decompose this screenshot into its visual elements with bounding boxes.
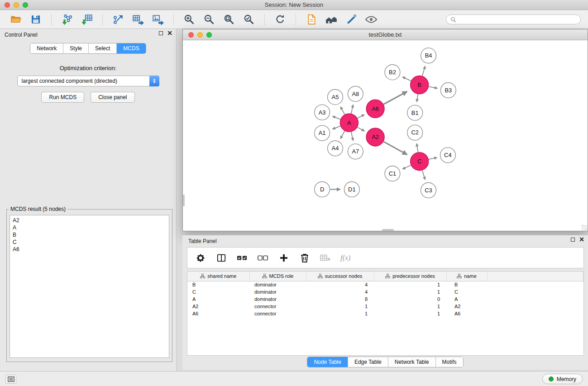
graph-node-A3[interactable]: A3 [315,105,330,120]
graph-node-D[interactable]: D [315,182,330,197]
table-settings-button[interactable] [195,252,206,264]
close-panel-icon[interactable]: ✕ [579,238,584,242]
graph-node-C4[interactable]: C4 [440,148,455,163]
graph-edge-A-A1[interactable] [332,126,340,129]
table-cell[interactable]: 0 [374,295,446,303]
table-cell[interactable]: 1 [374,288,446,295]
table-cell[interactable]: connector [249,310,306,317]
table-cell[interactable]: 1 [374,303,446,310]
tab-motifs[interactable]: Motifs [436,357,463,367]
graph-node-B1[interactable]: B1 [407,105,423,120]
graph-node-C2[interactable]: C2 [407,125,423,140]
graph-edge-B-B2[interactable] [402,77,411,81]
zoom-selected-button[interactable] [240,12,258,27]
resize-grip[interactable] [582,225,587,230]
float-panel-icon[interactable] [159,31,163,35]
show-panels-button[interactable] [5,375,16,384]
table-row[interactable]: A6connector11A6 [187,310,583,317]
first-neighbors-button[interactable] [303,12,320,27]
graph-edge-C-C1[interactable] [402,165,411,169]
column-header-successor-nodes[interactable]: successor nodes [306,272,374,281]
graph-node-A[interactable]: A [340,114,358,132]
graph-edge-A2-C[interactable] [383,142,407,155]
table-cell[interactable]: A6 [187,310,249,317]
tab-edge-table[interactable]: Edge Table [348,357,388,367]
graph-node-A8[interactable]: A8 [348,86,363,102]
minimize-traffic-light[interactable] [197,32,203,38]
function-builder-button[interactable]: f(x) [340,252,350,264]
dropdown-stepper[interactable] [149,76,159,86]
table-cell[interactable]: dominator [249,281,306,288]
search-field[interactable] [446,14,581,24]
graph-edge-A-A5[interactable] [340,107,344,114]
float-panel-icon[interactable] [571,238,575,242]
table-cell[interactable]: A6 [446,310,487,317]
deselect-all-button[interactable] [257,252,269,264]
column-header-name[interactable]: name [446,272,487,281]
graph-edge-B-B4[interactable] [422,66,425,76]
tab-style[interactable]: Style [63,43,89,53]
table-cell[interactable]: B [446,281,487,288]
style-brush-button[interactable] [343,12,360,27]
delete-table-button[interactable] [320,252,331,264]
graph-edge-A-A4[interactable] [340,131,344,138]
memory-button[interactable]: Memory [542,374,583,384]
graph-node-B2[interactable]: B2 [385,65,400,80]
zoom-out-button[interactable] [201,12,218,27]
optimization-criterion-dropdown[interactable]: largest connected component (directed) [17,76,159,86]
delete-column-button[interactable] [299,252,311,264]
tab-select[interactable]: Select [89,43,117,53]
import-table-button[interactable] [78,12,96,27]
tab-mcds[interactable]: MCDS [117,43,145,53]
graph-edge-A-A3[interactable] [332,116,340,119]
save-session-button[interactable] [27,12,44,27]
table-cell[interactable]: A [446,295,487,303]
mcds-result-list[interactable]: A2ABCA6 [10,215,169,358]
table-row[interactable]: Adominator80A [187,295,583,303]
table-cell[interactable]: A [187,295,249,303]
export-network-button[interactable] [110,12,127,27]
table-row[interactable]: Bdominator41B [187,281,583,288]
table-cell[interactable]: A2 [446,303,487,310]
graph-node-A2[interactable]: A2 [366,128,384,146]
export-table-button[interactable] [129,12,147,27]
table-row[interactable]: Cdominator41C [187,288,583,295]
table-cell[interactable]: 8 [306,295,374,303]
home-button[interactable] [323,12,340,27]
search-input[interactable] [459,16,576,23]
table-cell[interactable]: dominator [249,288,306,295]
create-column-button[interactable] [278,252,290,264]
graph-node-A7[interactable]: A7 [348,144,363,159]
table-cell[interactable]: 1 [374,281,446,288]
tab-network-table[interactable]: Network Table [388,357,436,367]
table-cell[interactable]: 4 [306,288,374,295]
graph-node-A5[interactable]: A5 [328,89,343,105]
mcds-result-item[interactable]: A6 [13,246,166,253]
graph-edge-B-B1[interactable] [417,94,418,102]
graph-edge-A-A2[interactable] [358,127,365,131]
select-all-button[interactable] [236,252,248,264]
column-header-predecessor-nodes[interactable]: predecessor nodes [374,272,446,281]
run-mcds-button[interactable]: Run MCDS [41,92,84,103]
table-cell[interactable]: 1 [306,310,374,317]
show-column-button[interactable] [215,252,227,264]
table-cell[interactable]: dominator [249,295,306,303]
graph-edge-A-A6[interactable] [358,114,364,118]
table-cell[interactable]: B [187,281,249,288]
table-cell[interactable]: 4 [306,281,374,288]
tab-node-table[interactable]: Node Table [307,357,348,367]
close-panel-icon[interactable]: ✕ [167,31,172,35]
graph-node-B[interactable]: B [411,76,429,94]
network-canvas[interactable]: B4B2BB3A8A5A6A3B1AA1C2A2A4A7C4CC1C3DD1 [183,41,588,231]
graph-edge-A6-B[interactable] [384,91,407,104]
table-cell[interactable]: 1 [374,310,446,317]
zoom-in-button[interactable] [181,12,198,27]
export-image-button[interactable] [149,12,167,27]
graph-edge-C-C2[interactable] [416,143,418,152]
graph-node-A1[interactable]: A1 [315,125,330,141]
graph-node-D1[interactable]: D1 [344,182,359,197]
mcds-result-item[interactable]: A2 [13,217,166,224]
mcds-result-item[interactable]: C [13,238,166,246]
close-traffic-light[interactable] [5,2,10,8]
graph-edge-A-A8[interactable] [351,105,353,114]
